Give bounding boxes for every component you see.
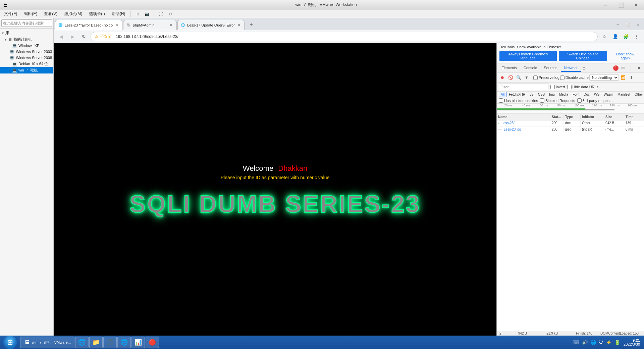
third-party-label[interactable]: 3rd-party requests [577,98,612,103]
taskbar-app-ie[interactable]: 🌐 [75,337,89,348]
taskbar-app-chrome[interactable]: 🌐 [117,337,131,348]
dismiss-button[interactable]: Don't show again [609,51,641,61]
sidebar-item-my-computer[interactable]: ▼ 🖥 我的计算机 [0,36,53,43]
invert-checkbox[interactable] [550,85,555,89]
menu-view[interactable]: 查看(V) [41,10,60,17]
hide-data-urls-label[interactable]: Hide data URLs [567,85,599,89]
preserve-log-label[interactable]: Preserve log [533,76,559,80]
menu-file[interactable]: 文件(F) [1,10,20,17]
screenshot-button[interactable]: 📷 [143,10,151,18]
sidebar-item-winxp[interactable]: 💻 Windows XP [0,43,53,49]
import-btn[interactable]: ⬇ [628,74,635,81]
taskbar-app-media[interactable]: 🎵 [103,337,117,348]
table-row[interactable]: ▪ Less-23/ 200 doc... Other 942 B 139... [497,120,644,127]
devtools-more-btn[interactable]: ⋮ [627,64,635,72]
match-language-button[interactable]: Always match Chrome's language [499,51,557,61]
clear-button[interactable]: 🚫 [507,74,514,81]
col-name[interactable]: Name [497,114,550,119]
tray-icon-6[interactable]: 🔋 [614,339,621,346]
wifi-icon[interactable]: 📶 [620,74,627,81]
filter-font[interactable]: Font [571,92,581,97]
menu-edit[interactable]: 编辑(E) [21,10,40,17]
third-party-checkbox[interactable] [577,98,582,103]
back-button[interactable]: ◀ [56,32,66,41]
col-time[interactable]: Time [624,114,644,119]
tab-network[interactable]: Network [561,64,581,72]
tray-icon-3[interactable]: 🌐 [590,339,597,346]
menu-vm[interactable]: 虚拟机(M) [61,10,85,17]
bookmark-button[interactable]: ☆ [600,32,609,41]
tray-icon-2[interactable]: 🔊 [581,339,588,346]
fullscreen-button[interactable]: ⛶ [157,10,165,18]
disable-cache-label[interactable]: Disable cache [560,76,589,80]
network-filter-input[interactable] [499,84,548,90]
tab-more[interactable]: » [581,65,588,71]
sidebar-item-win2008[interactable]: 💻 Windows Server 2008 [0,55,53,61]
tab-sources[interactable]: Sources [540,64,560,72]
restore-button[interactable]: ⬜ [613,0,629,10]
tab-minimize-icon[interactable]: ─ [613,20,623,29]
filter-manifest[interactable]: Manifest [615,92,632,97]
tab-close-phpmyadmin[interactable]: ✕ [168,22,174,28]
has-blocked-cookies-checkbox[interactable] [499,98,503,103]
tab-console[interactable]: Console [520,64,540,72]
tab-less23[interactable]: 🌐 Less-23 **Error Based- no co ✕ [55,20,122,30]
tray-icon-4[interactable]: 🛡 [598,339,604,346]
refresh-button[interactable]: ↻ [79,32,89,41]
hide-data-urls-checkbox[interactable] [567,85,572,89]
filter-css[interactable]: CSS [536,92,547,97]
sidebar-search-input[interactable] [1,19,52,27]
filter-media[interactable]: Media [557,92,570,97]
settings-button[interactable]: ⚙ [166,10,174,18]
filter-other[interactable]: Other [633,92,644,97]
close-button[interactable]: ✕ [629,0,644,10]
tray-icon-5[interactable]: ⚡ [605,339,612,346]
new-tab-button[interactable]: + [247,20,256,29]
col-type[interactable]: Type [564,114,581,119]
extensions-button[interactable]: 🧩 [621,32,631,41]
blocked-requests-checkbox[interactable] [540,98,544,103]
start-button[interactable]: ⊞ [1,336,19,348]
tab-close-less23[interactable]: ✕ [114,22,119,28]
filter-all[interactable]: All [499,92,506,97]
sidebar-item-win2003[interactable]: 💻 Windows Server 2003 [0,49,53,55]
table-row[interactable]: — Less-23.jpg 200 jpeg (index) (me... 0 … [497,127,644,132]
profile-button[interactable]: 👤 [610,32,620,41]
menu-button[interactable]: ⋮ [632,32,641,41]
has-blocked-cookies-label[interactable]: Has blocked cookies [499,98,538,103]
tab-less17[interactable]: 🌐 Less-17 Update Query- Error ✕ [177,20,245,30]
address-bar[interactable]: ⚠ 不安全 | 192.168.137.129/sqli-labs/Less-2… [91,32,598,41]
preserve-log-checkbox[interactable] [533,76,538,80]
tab-elements[interactable]: Elements [498,64,520,72]
menu-help[interactable]: 帮助(H) [109,10,128,17]
taskbar-app-extra[interactable]: 🔴 [146,337,159,348]
filter-toggle-btn[interactable]: ▼ [523,74,530,81]
tab-close-less17[interactable]: ✕ [236,22,241,28]
filter-wasm[interactable]: Wasm [602,92,615,97]
taskbar-clock[interactable]: 9:21 2022/3/30 [624,338,643,346]
disable-cache-checkbox[interactable] [560,76,565,80]
switch-devtools-button[interactable]: Switch DevTools to Chinese [559,51,607,61]
minimize-button[interactable]: ─ [598,0,613,10]
taskbar-app-parallels[interactable]: 📊 [131,337,145,348]
menu-tabs[interactable]: 选项卡(I) [86,10,107,17]
network-search-btn[interactable]: 🔍 [515,74,522,81]
taskbar-app-vmware[interactable]: 🖥 win_7_靶机 - VMware... [20,337,74,348]
tray-icon-1[interactable]: ⌨ [572,339,580,346]
filter-ws[interactable]: WS [592,92,601,97]
record-button[interactable]: ⏺ [499,74,506,81]
tab-close-icon[interactable]: ✕ [633,20,643,29]
devtools-settings-btn[interactable]: ⚙ [619,64,627,72]
tab-restore-icon[interactable]: ⬜ [623,20,633,29]
filter-doc[interactable]: Doc [582,92,592,97]
forward-button[interactable]: ▶ [68,32,77,41]
filter-img[interactable]: Img [547,92,557,97]
blocked-requests-label[interactable]: Blocked Requests [540,98,575,103]
tab-phpmyadmin[interactable]: 🐘 phpMyAdmin ✕ [123,20,177,30]
col-size[interactable]: Size [604,114,624,119]
throttling-select[interactable]: No throttling [589,74,619,81]
filter-fetch-xhr[interactable]: Fetch/XHR [507,92,527,97]
sidebar-item-win7[interactable]: 💻 win_7_靶机 [0,67,53,73]
invert-label[interactable]: Invert [550,85,565,89]
col-status[interactable]: Stat... [550,114,564,119]
